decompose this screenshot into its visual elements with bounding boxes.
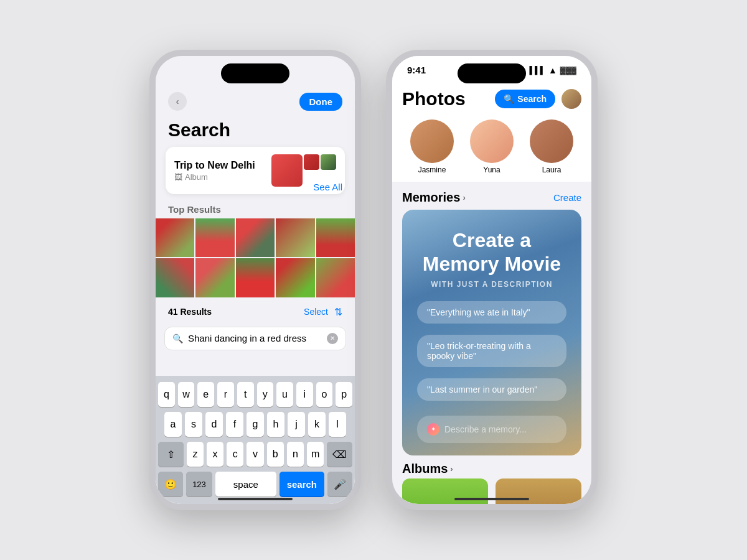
create-link[interactable]: Create [553, 192, 581, 203]
person-laura[interactable]: Laura [522, 119, 581, 174]
phone1-content: ‹ Done Search See All Trip to New Delhi … [156, 56, 355, 504]
key-n[interactable]: n [287, 442, 304, 467]
signal-icon: ▌▌▌ [529, 66, 545, 75]
person-avatar-yuna [470, 119, 514, 163]
key-c[interactable]: c [227, 442, 243, 467]
key-l[interactable]: l [329, 412, 346, 437]
key-123[interactable]: 123 [186, 472, 212, 497]
person-yuna[interactable]: Yuna [462, 119, 522, 174]
search-icon-sm: 🔍 [172, 334, 183, 343]
key-t[interactable]: t [237, 382, 254, 407]
results-bar: 41 Results Select ⇅ [156, 302, 355, 322]
key-r[interactable]: r [217, 382, 234, 407]
keyboard-row4: 🙂 123 space search 🎤 [158, 472, 352, 497]
wifi-icon: ▲ [548, 65, 557, 75]
album-thumb-sm1 [304, 154, 319, 170]
sort-icon[interactable]: ⇅ [334, 306, 342, 318]
keyboard-row3: ⇧ z x c v b n m ⌫ [158, 442, 352, 467]
key-w[interactable]: w [178, 382, 195, 407]
keyboard-row2: a s d f g h j k l [158, 412, 352, 437]
key-q[interactable]: q [158, 382, 175, 407]
person-avatar-laura [530, 119, 573, 163]
person-jasmine[interactable]: Jasmine [402, 119, 462, 174]
status-icons: ▌▌▌ ▲ ▓▓▓ [529, 65, 576, 75]
grid-photo-2[interactable] [195, 218, 234, 257]
phone2-content: 9:41 ▌▌▌ ▲ ▓▓▓ Photos 🔍 Search Jasmine [392, 56, 591, 504]
grid-photo-1[interactable] [156, 218, 194, 257]
memories-title[interactable]: Memories › [402, 190, 466, 205]
key-f[interactable]: f [226, 412, 243, 437]
grid-photo-10[interactable] [316, 258, 355, 297]
albums-chevron: › [450, 464, 453, 474]
key-g[interactable]: g [247, 412, 264, 437]
memory-card[interactable]: Create a Memory Movie WITH JUST A DESCRI… [402, 210, 581, 455]
key-z[interactable]: z [187, 442, 204, 467]
grid-photo-5[interactable] [316, 218, 355, 257]
key-e[interactable]: e [197, 382, 214, 407]
key-emoji[interactable]: 🙂 [158, 472, 183, 497]
key-h[interactable]: h [267, 412, 284, 437]
phone2: 9:41 ▌▌▌ ▲ ▓▓▓ Photos 🔍 Search Jasmine [386, 50, 598, 510]
key-v[interactable]: v [247, 442, 263, 467]
top-results-label: Top Results [156, 203, 355, 218]
person-name-yuna: Yuna [462, 166, 522, 174]
memory-card-subtitle: WITH JUST A DESCRIPTION [417, 280, 566, 289]
done-button[interactable]: Done [299, 93, 343, 111]
grid-photo-9[interactable] [276, 258, 314, 297]
album-thumb-sm2 [321, 154, 336, 170]
grid-photo-4[interactable] [276, 218, 314, 257]
search-input-bar[interactable]: 🔍 Shani dancing in a red dress ✕ [164, 327, 346, 350]
key-p[interactable]: p [336, 382, 352, 407]
memory-input-placeholder: Describe a memory... [444, 424, 527, 434]
photo-grid [156, 218, 355, 297]
album-thumb-main [271, 154, 303, 187]
profile-avatar[interactable] [561, 89, 581, 109]
key-s[interactable]: s [185, 412, 202, 437]
see-all-link[interactable]: See All [313, 182, 342, 192]
home-indicator [218, 498, 293, 500]
album-subtitle: 🖼 Album [174, 172, 255, 182]
memory-input[interactable]: ✦ Describe a memory... [417, 416, 566, 443]
grid-photo-8[interactable] [236, 258, 275, 297]
album-icon: 🖼 [174, 172, 182, 182]
phone1: ‹ Done Search See All Trip to New Delhi … [149, 50, 361, 510]
key-j[interactable]: j [288, 412, 305, 437]
grid-photo-6[interactable] [156, 258, 194, 297]
key-mic[interactable]: 🎤 [327, 472, 352, 497]
key-a[interactable]: a [164, 412, 182, 437]
key-o[interactable]: o [316, 382, 333, 407]
suggestion-2[interactable]: "Leo trick-or-treating with a spooky vib… [417, 335, 566, 367]
key-b[interactable]: b [267, 442, 284, 467]
key-i[interactable]: i [296, 382, 313, 407]
key-d[interactable]: d [205, 412, 223, 437]
suggestion-3[interactable]: "Last summer in our garden" [417, 378, 566, 401]
results-actions: Select ⇅ [304, 306, 342, 318]
key-k[interactable]: k [308, 412, 326, 437]
select-link[interactable]: Select [304, 307, 328, 317]
key-shift[interactable]: ⇧ [158, 442, 184, 467]
search-pill[interactable]: 🔍 Search [495, 90, 555, 108]
clear-button[interactable]: ✕ [327, 333, 338, 344]
key-x[interactable]: x [207, 442, 223, 467]
search-pill-label: Search [517, 94, 547, 104]
back-button[interactable]: ‹ [168, 92, 187, 111]
key-y[interactable]: y [257, 382, 274, 407]
key-delete[interactable]: ⌫ [327, 442, 352, 467]
suggestion-1[interactable]: "Everything we ate in Italy" [417, 301, 566, 324]
albums-section-header: Albums › [392, 455, 591, 478]
key-u[interactable]: u [276, 382, 293, 407]
albums-title[interactable]: Albums › [402, 462, 453, 476]
key-m[interactable]: m [307, 442, 324, 467]
memories-chevron: › [463, 193, 465, 202]
memory-input-icon: ✦ [427, 423, 439, 436]
search-pill-icon: 🔍 [504, 94, 514, 104]
key-search[interactable]: search [280, 472, 324, 497]
suggestions-list: "Everything we ate in Italy" "Leo trick-… [417, 301, 566, 407]
key-space[interactable]: space [215, 472, 276, 497]
search-text-input[interactable]: Shani dancing in a red dress [188, 333, 322, 343]
results-count: 41 Results [168, 307, 212, 317]
grid-photo-3[interactable] [236, 218, 275, 257]
person-name-laura: Laura [522, 166, 581, 174]
dynamic-island-2 [458, 63, 526, 83]
grid-photo-7[interactable] [195, 258, 234, 297]
